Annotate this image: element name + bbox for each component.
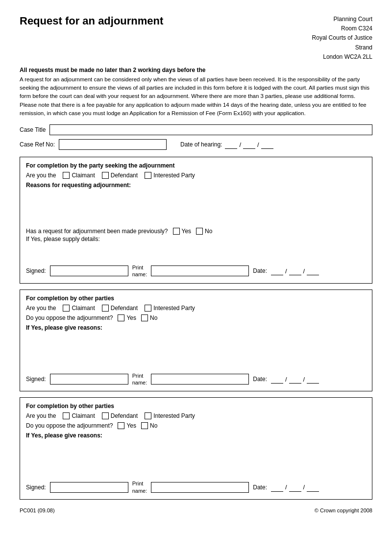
section3-are-you-label: Are you the — [26, 412, 56, 419]
section1-party-row: Are you the Claimant Defendant Intereste… — [26, 172, 366, 179]
section3-interested-party-checkbox[interactable] — [145, 412, 151, 419]
section2-date-month[interactable] — [289, 375, 301, 384]
section1-interested-party-item: Interested Party — [145, 172, 195, 179]
section1-print-input[interactable] — [151, 265, 249, 276]
section1-yes-label: Yes — [182, 228, 192, 235]
section2-reasons-area[interactable] — [26, 333, 366, 367]
section3-interested-party-label: Interested Party — [153, 412, 195, 419]
section2-box: For completion by other parties Are you … — [20, 289, 372, 392]
section2-no-checkbox[interactable] — [141, 314, 148, 321]
section1-defendant-checkbox[interactable] — [102, 172, 109, 179]
date-day-input[interactable] — [225, 140, 237, 149]
section3-signed-input[interactable] — [50, 482, 128, 493]
case-title-input[interactable] — [49, 124, 372, 135]
section3-yes-item: Yes — [118, 422, 136, 429]
section2-defendant-label: Defendant — [111, 305, 138, 312]
section1-are-you-label: Are you the — [26, 172, 56, 179]
section2-print-input[interactable] — [151, 374, 249, 385]
section2-defendant-checkbox[interactable] — [102, 305, 109, 312]
section1-no-item: No — [196, 228, 212, 235]
section3-claimant-checkbox[interactable] — [63, 412, 70, 419]
case-ref-input[interactable] — [59, 139, 167, 150]
section2-interested-party-label: Interested Party — [153, 305, 195, 312]
court-info: Planning Court Room C324 Royal Courts of… — [312, 15, 372, 62]
section1-if-yes-label: If Yes, please supply details: — [26, 236, 366, 242]
section3-signed-row: Signed: Print name: Date: / / — [26, 480, 366, 494]
section1-date-year[interactable] — [307, 266, 319, 275]
date-of-hearing-section: Date of hearing: / / — [180, 140, 273, 149]
section2-no-label: No — [150, 314, 157, 321]
section2-if-yes-label: If Yes, please give reasons: — [26, 324, 366, 331]
section3-defendant-item: Defendant — [102, 412, 138, 419]
section2-party-row: Are you the Claimant Defendant Intereste… — [26, 305, 366, 312]
section2-signed-input[interactable] — [50, 374, 128, 385]
section3-box: For completion by other parties Are you … — [20, 397, 372, 500]
section2-yes-item: Yes — [118, 314, 136, 321]
section1-title: For completion by the party seeking the … — [26, 162, 366, 169]
section3-print-input[interactable] — [151, 482, 249, 493]
section2-claimant-item: Claimant — [63, 305, 95, 312]
copyright: © Crown copyright 2008 — [315, 507, 372, 513]
section3-yes-checkbox[interactable] — [118, 422, 124, 429]
section3-defendant-checkbox[interactable] — [102, 412, 109, 419]
date-slash-1: / — [239, 141, 241, 148]
section1-date-day[interactable] — [271, 266, 283, 275]
section1-signed-input[interactable] — [50, 265, 128, 276]
section1-yes-checkbox[interactable] — [173, 228, 180, 235]
section1-date-label: Date: — [253, 267, 267, 274]
section2-oppose-label: Do you oppose the adjournment? — [26, 314, 113, 321]
section3-date-month[interactable] — [289, 483, 301, 492]
date-month-input[interactable] — [243, 140, 255, 149]
section1-defendant-item: Defendant — [102, 172, 138, 179]
date-hearing-input-row: / / — [225, 140, 273, 149]
section3-oppose-row: Do you oppose the adjournment? Yes No — [26, 422, 366, 429]
section3-claimant-item: Claimant — [63, 412, 95, 419]
section2-date-day[interactable] — [271, 375, 283, 384]
section2-date-year[interactable] — [307, 375, 319, 384]
section3-signed-label: Signed: — [26, 484, 46, 491]
section2-claimant-checkbox[interactable] — [63, 305, 70, 312]
case-ref-row: Case Ref No: Date of hearing: / / — [20, 139, 372, 150]
section2-signed-row: Signed: Print name: Date: / / — [26, 372, 366, 386]
section2-interested-party-item: Interested Party — [145, 305, 195, 312]
page-header: Request for an adjournment Planning Cour… — [20, 15, 372, 62]
case-title-label: Case Title — [20, 126, 46, 133]
section2-are-you-label: Are you the — [26, 305, 56, 312]
date-year-input[interactable] — [261, 140, 273, 149]
section1-reasons-area[interactable] — [26, 191, 366, 225]
section3-no-item: No — [141, 422, 157, 429]
section3-party-row: Are you the Claimant Defendant Intereste… — [26, 412, 366, 419]
section3-date-year[interactable] — [307, 483, 319, 492]
section2-yes-checkbox[interactable] — [118, 314, 124, 321]
section1-reasons-label: Reasons for requesting adjournment: — [26, 182, 366, 189]
section1-claimant-item: Claimant — [63, 172, 95, 179]
section2-date-input-row: / / — [271, 375, 319, 384]
section1-no-checkbox[interactable] — [196, 228, 203, 235]
section1-claimant-label: Claimant — [72, 172, 95, 179]
section3-date-day[interactable] — [271, 483, 283, 492]
section1-previous-row: Has a request for adjournment been made … — [26, 228, 366, 235]
section3-no-checkbox[interactable] — [141, 422, 148, 429]
section1-interested-party-checkbox[interactable] — [145, 172, 151, 179]
section3-oppose-label: Do you oppose the adjournment? — [26, 422, 113, 429]
section2-interested-party-checkbox[interactable] — [145, 305, 151, 312]
section2-oppose-row: Do you oppose the adjournment? Yes No — [26, 314, 366, 321]
section3-yes-label: Yes — [126, 422, 136, 429]
section3-title: For completion by other parties — [26, 403, 366, 409]
section1-signed-row: Signed: Print name: Date: / / — [26, 264, 366, 278]
section1-yes-item: Yes — [173, 228, 192, 235]
section3-defendant-label: Defendant — [111, 412, 138, 419]
section3-if-yes-label: If Yes, please give reasons: — [26, 432, 366, 439]
page-footer: PC001 (09.08) © Crown copyright 2008 — [20, 507, 372, 513]
section1-no-label: No — [205, 228, 212, 235]
date-slash-2: / — [257, 141, 259, 148]
section3-reasons-area[interactable] — [26, 441, 366, 475]
section3-date-input-row: / / — [271, 483, 319, 492]
section2-yes-label: Yes — [126, 314, 136, 321]
section3-no-label: No — [150, 422, 157, 429]
section1-claimant-checkbox[interactable] — [63, 172, 70, 179]
section3-date-label: Date: — [253, 484, 267, 491]
section1-date-month[interactable] — [289, 266, 301, 275]
section2-claimant-label: Claimant — [72, 305, 95, 312]
section1-if-yes-area[interactable] — [26, 244, 366, 259]
